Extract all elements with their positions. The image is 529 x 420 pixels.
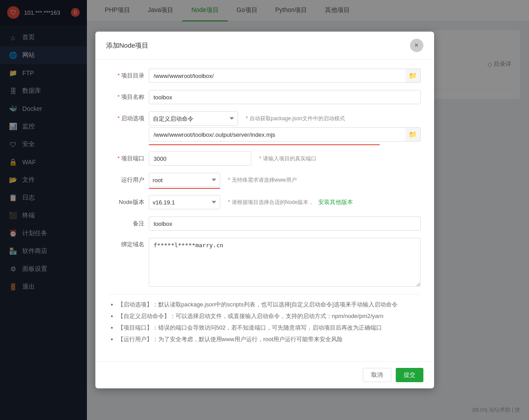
run-user-underline — [149, 188, 220, 189]
notes-list: 【启动选项】：默认读取package.json中的scripts列表，也可以选择… — [109, 299, 421, 345]
note-item-4: 【运行用户】：为了安全考虑，默认使用www用户运行，root用户运行可能带来安全… — [118, 334, 421, 345]
dialog-header: 添加Node项目 × — [95, 32, 434, 60]
startup-path-underline — [149, 144, 380, 145]
project-port-row: *项目端口 * 请输入项目的真实端口 — [109, 151, 421, 166]
node-version-label: Node版本 — [109, 198, 144, 206]
project-name-row: *项目名称 — [109, 90, 421, 104]
node-version-select[interactable]: v16.19.1 — [149, 195, 220, 209]
startup-option-hint: * 自动获取package.json文件中的启动模式 — [246, 115, 345, 122]
startup-path-row: 📁 — [149, 127, 421, 142]
run-user-select[interactable]: root — [149, 173, 220, 187]
project-dir-input-wrap: 📁 — [149, 69, 421, 83]
startup-option-row: *启动选项 自定义启动命令 * 自动获取package.json文件中的启动模式 — [109, 111, 421, 126]
notes-row: 备注 — [109, 216, 421, 231]
project-port-label: *项目端口 — [109, 155, 144, 163]
project-dir-input[interactable] — [149, 69, 406, 83]
startup-path-input-wrap: 📁 — [149, 127, 421, 142]
cancel-button[interactable]: 取消 — [363, 368, 391, 382]
project-dir-label: *项目目录 — [109, 72, 144, 80]
domain-row: 绑定域名 f*****l*****marry.cn — [109, 238, 421, 287]
modal-overlay: 添加Node项目 × *项目目录 📁 *项目名称 — [0, 0, 529, 420]
startup-path-section: 📁 — [109, 127, 421, 145]
startup-option-label: *启动选项 — [109, 114, 144, 122]
startup-path-browse-button[interactable]: 📁 — [406, 127, 421, 142]
notes-section: 【启动选项】：默认读取package.json中的scripts列表，也可以选择… — [109, 294, 421, 352]
notes-label: 备注 — [109, 220, 144, 228]
node-version-hint: * 请根据项目选择合适的Node版本， — [228, 199, 314, 206]
run-user-section: 运行用户 root * 无特殊需求请选择www用户 — [109, 173, 421, 189]
submit-button[interactable]: 提交 — [396, 368, 423, 382]
startup-select-wrap: 自定义启动命令 — [149, 111, 238, 126]
domain-textarea[interactable]: f*****l*****marry.cn — [149, 238, 421, 287]
project-name-input[interactable] — [149, 90, 421, 104]
dialog-close-button[interactable]: × — [410, 39, 423, 52]
add-node-dialog: 添加Node项目 × *项目目录 📁 *项目名称 — [95, 32, 434, 388]
run-user-hint: * 无特殊需求请选择www用户 — [228, 176, 297, 184]
note-item-1: 【启动选项】：默认读取package.json中的scripts列表，也可以选择… — [118, 299, 421, 310]
run-user-label: 运行用户 — [109, 176, 144, 184]
node-version-row: Node版本 v16.19.1 * 请根据项目选择合适的Node版本， 安装其他… — [109, 195, 421, 209]
domain-label: 绑定域名 — [109, 241, 144, 249]
project-port-hint: * 请输入项目的真实端口 — [259, 155, 316, 163]
install-other-version-link[interactable]: 安装其他版本 — [318, 198, 353, 206]
note-item-3: 【项目端口】：错误的端口会导致访问502，若不知道端口，可先随意填写，启动项目后… — [118, 322, 421, 334]
run-user-row: 运行用户 root * 无特殊需求请选择www用户 — [109, 173, 421, 187]
dialog-body: *项目目录 📁 *项目名称 *启动选项 — [95, 60, 434, 361]
note-item-2: 【自定义启动命令】：可以选择启动文件，或直接输入启动命令，支持的启动方式：npm… — [118, 310, 421, 322]
project-name-label: *项目名称 — [109, 93, 144, 101]
startup-option-select[interactable]: 自定义启动命令 — [149, 111, 238, 126]
project-port-input[interactable] — [149, 151, 251, 166]
startup-path-input[interactable] — [149, 127, 406, 142]
dialog-title: 添加Node项目 — [106, 41, 149, 50]
dialog-footer: 取消 提交 — [95, 361, 434, 388]
project-dir-browse-button[interactable]: 📁 — [406, 69, 421, 83]
project-dir-row: *项目目录 📁 — [109, 69, 421, 83]
notes-input[interactable] — [149, 216, 421, 231]
